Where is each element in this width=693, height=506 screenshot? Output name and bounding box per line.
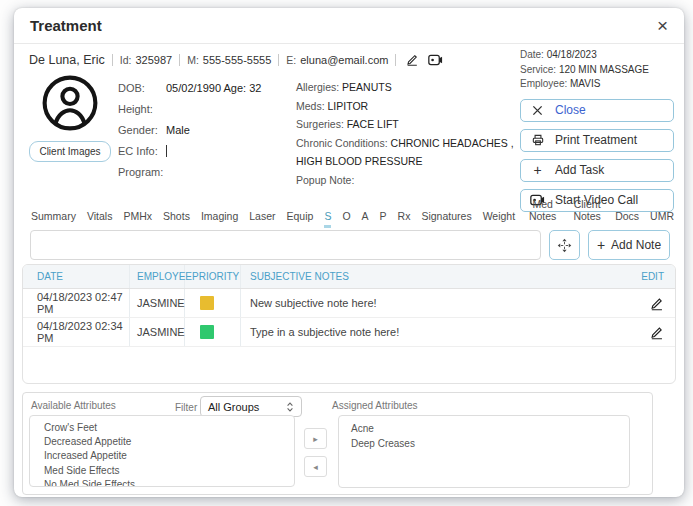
move-button[interactable]: [549, 230, 580, 260]
col-subjective-notes: SUBJECTIVE NOTES: [241, 265, 625, 288]
avatar-block: Client Images: [26, 74, 114, 162]
med-label: Surgeries:: [296, 118, 344, 130]
subjective-notes-table: DATE EMPLOYEE PRIORITY SUBJECTIVE NOTES …: [22, 264, 676, 384]
med-label: Meds:: [296, 100, 325, 112]
note-text: New subjective note here!: [241, 289, 625, 317]
tab-equip[interactable]: Equip: [287, 210, 314, 228]
note-input[interactable]: [30, 230, 541, 260]
attributes-panel: Available Attributes Filter All Groups A…: [22, 392, 653, 495]
list-item[interactable]: Deep Creases: [339, 436, 629, 451]
tab-client-notes[interactable]: Client Notes: [570, 198, 604, 228]
title-bar: Treatment ×: [14, 8, 684, 44]
note-date: 04/18/2023 02:47 PM: [23, 289, 130, 317]
employee-label: Employee:: [520, 78, 567, 89]
list-item[interactable]: Med Side Effects: [30, 464, 294, 478]
tab-o[interactable]: O: [342, 210, 350, 228]
tab-shots[interactable]: Shots: [163, 210, 190, 228]
edit-pencil-icon[interactable]: [405, 53, 419, 67]
field-gender: Gender: Male: [118, 120, 296, 141]
patient-id: 325987: [135, 54, 172, 66]
tab-signatures[interactable]: Signatures: [421, 210, 471, 228]
tab-rx[interactable]: Rx: [398, 210, 411, 228]
note-employee: JASMINE: [130, 318, 185, 346]
print-treatment-button[interactable]: Print Treatment: [520, 129, 674, 152]
field-value: 05/02/1990 Age: 32: [166, 78, 261, 99]
printer-icon: [530, 133, 545, 147]
close-icon[interactable]: ×: [657, 16, 668, 35]
patient-email: eluna@email.com: [300, 54, 388, 66]
tab-med-notes[interactable]: Med Notes: [526, 198, 559, 228]
assigned-attributes-list[interactable]: Acne Deep Creases: [338, 415, 630, 488]
field-value: Male: [166, 120, 190, 141]
filter-select[interactable]: All Groups: [200, 396, 302, 417]
field-label: Height:: [118, 99, 166, 120]
tab-laser[interactable]: Laser: [249, 210, 275, 228]
tab-vitals[interactable]: Vitals: [87, 210, 113, 228]
med-value: LIPITOR: [328, 100, 369, 112]
tab-a[interactable]: A: [362, 210, 369, 228]
edit-pencil-icon[interactable]: [649, 325, 664, 340]
arrow-left-icon: ◂: [313, 462, 318, 472]
move-right-button[interactable]: ▸: [304, 428, 327, 449]
patient-mobile-label: M:: [187, 54, 199, 66]
patient-mobile: 555-555-5555: [203, 54, 272, 66]
note-employee: JASMINE: [130, 289, 185, 317]
available-attributes-list[interactable]: Crow's Feet Decreased Appetite Increased…: [29, 415, 295, 487]
allergies-row: Allergies: PEANUTS: [296, 78, 524, 97]
divider: [278, 54, 279, 66]
meds-row: Meds: LIPITOR: [296, 97, 524, 116]
client-images-button[interactable]: Client Images: [29, 141, 111, 162]
field-dob: DOB: 05/02/1990 Age: 32: [118, 78, 296, 99]
plus-icon: +: [530, 163, 545, 177]
add-note-label: Add Note: [611, 238, 661, 252]
add-task-button[interactable]: + Add Task: [520, 159, 674, 182]
demographics: DOB: 05/02/1990 Age: 32 Height: Gender: …: [118, 78, 296, 183]
tab-docs[interactable]: Docs: [615, 210, 639, 228]
close-button[interactable]: Close: [520, 99, 674, 122]
tab-summary[interactable]: Summary: [31, 210, 76, 228]
divider: [112, 54, 113, 66]
tab-imaging[interactable]: Imaging: [201, 210, 238, 228]
employee-value: MAVIS: [570, 78, 600, 89]
medical-info: Allergies: PEANUTS Meds: LIPITOR Surgeri…: [296, 78, 524, 189]
med-value: FACE LIFT: [347, 118, 399, 130]
service-value: 120 MIN MASSAGE: [559, 64, 649, 75]
edit-pencil-icon[interactable]: [649, 296, 664, 311]
col-employee: EMPLOYEE: [130, 265, 185, 288]
move-left-button[interactable]: ◂: [304, 456, 327, 477]
field-label: DOB:: [118, 78, 166, 99]
tab-bar: Summary Vitals PMHx Shots Imaging Laser …: [31, 194, 674, 228]
filter-label: Filter: [175, 402, 197, 413]
list-item[interactable]: Increased Appetite: [30, 449, 294, 463]
note-date: 04/18/2023 02:34 PM: [23, 318, 130, 346]
list-item[interactable]: Decreased Appetite: [30, 435, 294, 449]
tab-p[interactable]: P: [380, 210, 387, 228]
med-value: PEANUTS: [342, 81, 392, 93]
tab-weight[interactable]: Weight: [483, 210, 516, 228]
list-item[interactable]: No Med Side Effects: [30, 478, 294, 487]
field-label: Gender:: [118, 120, 166, 141]
patient-id-label: Id:: [120, 54, 132, 66]
divider: [395, 54, 396, 66]
page-title: Treatment: [30, 17, 102, 34]
col-date: DATE: [23, 265, 130, 288]
text-cursor: [166, 145, 167, 157]
patient-name: De Luna, Eric: [29, 53, 105, 67]
available-attributes-label: Available Attributes: [31, 400, 116, 411]
add-note-button[interactable]: + Add Note: [588, 230, 670, 260]
table-row: 04/18/2023 02:34 PM JASMINE Type in a su…: [23, 318, 675, 347]
video-call-icon[interactable]: [428, 54, 443, 66]
patient-email-label: E:: [286, 54, 296, 66]
notes-toolbar: + Add Note: [30, 230, 670, 260]
close-button-label: Close: [555, 103, 586, 117]
tab-umr[interactable]: UMR: [650, 210, 674, 228]
tab-pmhx[interactable]: PMHx: [123, 210, 152, 228]
list-item[interactable]: Acne: [339, 421, 629, 436]
treatment-dialog: Treatment × De Luna, Eric Id: 325987 M: …: [14, 8, 684, 497]
tab-s-active[interactable]: S: [324, 210, 331, 228]
add-task-label: Add Task: [555, 163, 604, 177]
col-priority: PRIORITY: [185, 265, 241, 288]
field-ec-info[interactable]: EC Info:: [118, 141, 296, 162]
list-item[interactable]: Crow's Feet: [30, 421, 294, 435]
chevron-updown-icon: [286, 401, 294, 413]
